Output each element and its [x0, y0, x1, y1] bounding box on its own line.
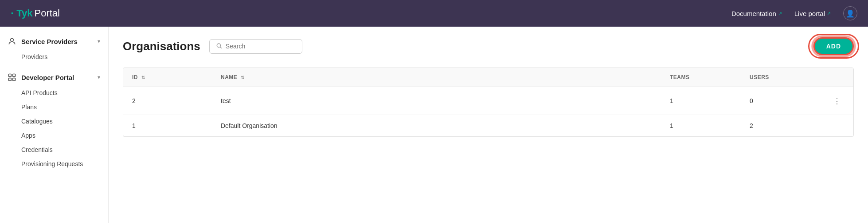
logo[interactable]: · Tyk Portal [11, 7, 60, 20]
live-portal-label: Live portal [794, 10, 825, 17]
sidebar-group-header-left: Service Providers [7, 36, 78, 46]
live-portal-external-icon: ↗ [827, 11, 831, 16]
svg-point-0 [11, 38, 14, 41]
sidebar-divider [0, 66, 108, 66]
main-content: Organisations ADD [109, 27, 868, 223]
table-row: 1 Default Organisation 1 2 [123, 115, 853, 137]
logo-tyk: Tyk [16, 8, 32, 19]
name-sort-icon: ⇅ [241, 75, 245, 80]
svg-point-5 [217, 44, 220, 47]
sidebar-item-plans[interactable]: Plans [0, 100, 108, 114]
cell-id-2: 1 [123, 115, 212, 137]
svg-line-6 [220, 47, 221, 48]
search-box[interactable] [209, 39, 302, 54]
cell-name-2: Default Organisation [212, 115, 661, 137]
page-header-left: Organisations [123, 39, 302, 54]
page-header: Organisations ADD [123, 37, 854, 55]
col-header-id[interactable]: ID ⇅ [123, 68, 212, 87]
sidebar-item-providers[interactable]: Providers [0, 50, 108, 64]
developer-portal-label: Developer Portal [21, 74, 74, 81]
svg-rect-1 [9, 74, 12, 77]
sidebar-item-credentials[interactable]: Credentials [0, 143, 108, 157]
svg-rect-2 [13, 74, 16, 77]
col-header-users: USERS [741, 68, 821, 87]
svg-rect-4 [13, 78, 16, 81]
organisations-table-wrapper: ID ⇅ NAME ⇅ TEAMS USERS [123, 68, 854, 137]
cell-name-1: test [212, 87, 661, 115]
col-header-actions [821, 68, 853, 87]
user-menu-button[interactable]: 👤 [843, 6, 857, 20]
logo-portal: Portal [35, 8, 60, 19]
service-providers-label: Service Providers [21, 38, 78, 45]
developer-portal-chevron: ▾ [98, 74, 100, 80]
layout: Service Providers ▾ Providers [0, 27, 868, 223]
sidebar-group-service-providers[interactable]: Service Providers ▾ [0, 32, 108, 50]
cell-users-1: 0 [741, 87, 821, 115]
sidebar-item-provisioning-requests[interactable]: Provisioning Requests [0, 157, 108, 171]
header: · Tyk Portal Documentation ↗ Live portal… [0, 0, 868, 27]
sidebar-group-dp-left: Developer Portal [7, 72, 74, 82]
search-input[interactable] [226, 43, 296, 50]
developer-portal-icon [7, 72, 17, 82]
sidebar-item-api-products[interactable]: API Products [0, 86, 108, 100]
cell-teams-2: 1 [661, 115, 741, 137]
search-icon [216, 43, 222, 50]
live-portal-link[interactable]: Live portal ↗ [794, 10, 831, 17]
add-button-wrapper: ADD [813, 37, 854, 55]
cell-teams-1: 1 [661, 87, 741, 115]
organisations-table: ID ⇅ NAME ⇅ TEAMS USERS [123, 68, 853, 136]
cell-id-1: 2 [123, 87, 212, 115]
sidebar-section-service-providers: Service Providers ▾ Providers [0, 32, 108, 64]
cell-actions-2 [821, 115, 853, 137]
col-header-teams: TEAMS [661, 68, 741, 87]
sidebar-group-developer-portal[interactable]: Developer Portal ▾ [0, 68, 108, 86]
sidebar-item-catalogues[interactable]: Catalogues [0, 114, 108, 128]
external-link-icon: ↗ [778, 11, 782, 16]
documentation-link[interactable]: Documentation ↗ [731, 10, 782, 17]
header-nav: Documentation ↗ Live portal ↗ 👤 [731, 6, 857, 20]
logo-dot: · [11, 7, 14, 20]
table-row: 2 test 1 0 ⋮ [123, 87, 853, 115]
service-providers-icon [7, 36, 17, 46]
id-sort-icon: ⇅ [141, 75, 145, 80]
cell-users-2: 2 [741, 115, 821, 137]
documentation-label: Documentation [731, 10, 776, 17]
col-header-name[interactable]: NAME ⇅ [212, 68, 661, 87]
table-header-row: ID ⇅ NAME ⇅ TEAMS USERS [123, 68, 853, 87]
row-actions-1: ⋮ [829, 94, 845, 108]
sidebar: Service Providers ▾ Providers [0, 27, 109, 223]
sidebar-section-developer-portal: Developer Portal ▾ API Products Plans Ca… [0, 68, 108, 171]
page-title: Organisations [123, 40, 200, 53]
add-button[interactable]: ADD [813, 37, 854, 55]
user-icon: 👤 [846, 9, 855, 18]
cell-actions-1: ⋮ [821, 87, 853, 115]
row-kebab-menu-1[interactable]: ⋮ [829, 94, 845, 108]
service-providers-chevron: ▾ [98, 38, 100, 44]
svg-rect-3 [9, 78, 12, 81]
sidebar-item-apps[interactable]: Apps [0, 128, 108, 143]
